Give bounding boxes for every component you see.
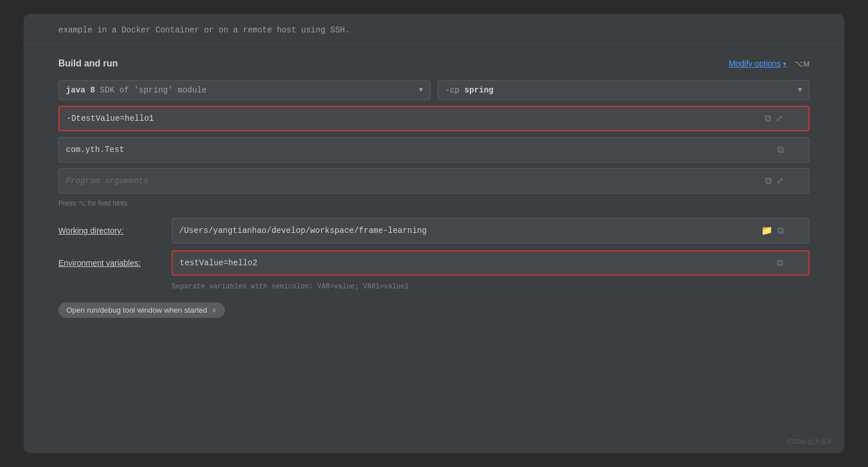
content-area: Build and run Modify options ▾ ⌥M java 8… <box>24 45 844 341</box>
folder-icon[interactable]: 📁 <box>761 225 773 236</box>
vm-options-field[interactable]: -DtestValue=hello1 ⧉ ⤢ <box>58 106 810 131</box>
classpath-dropdown-text: -cp spring <box>445 86 494 95</box>
env-vars-icons: ⧉ <box>777 258 783 269</box>
program-args-field[interactable]: Program arguments ⧉ ⤢ <box>58 168 810 194</box>
modify-options-area: Modify options ▾ ⌥M <box>729 59 810 68</box>
tag-row: Open run/debug tool window when started … <box>58 302 810 318</box>
section-title: Build and run <box>58 58 118 69</box>
working-dir-label: Working directory: <box>58 226 162 235</box>
modify-options-button[interactable]: Modify options ▾ <box>729 59 787 68</box>
env-vars-value: testValue=hello2 <box>180 258 257 268</box>
watermark: CSDN @大假牙 <box>788 438 833 446</box>
sdk-java-label: java 8 <box>66 86 95 95</box>
program-args-placeholder: Program arguments <box>66 176 149 186</box>
sdk-dropdown-text: java 8 SDK of 'spring' module <box>66 86 207 95</box>
working-dir-value: /Users/yangtianhao/develop/workspace/fra… <box>179 226 426 235</box>
cp-prefix-label: -cp <box>445 86 465 95</box>
main-class-icons: ⧉ <box>777 144 784 155</box>
tag-label: Open run/debug tool window when started <box>66 306 207 314</box>
separator-hint: Separate variables with semicolon: VAR=v… <box>172 283 810 291</box>
sdk-module-label: SDK of 'spring' module <box>100 86 207 95</box>
main-class-field[interactable]: com.yth.Test ⧉ <box>58 137 810 162</box>
env-vars-row: Environment variables: testValue=hello2 … <box>58 250 810 276</box>
modify-options-label: Modify options <box>729 59 781 68</box>
run-debug-tag: Open run/debug tool window when started … <box>58 302 225 318</box>
env-vars-label: Environment variables: <box>58 258 162 268</box>
chevron-down-icon: ▾ <box>783 60 787 68</box>
sdk-dropdown-arrow-icon: ▼ <box>419 86 423 94</box>
copy-icon-2[interactable]: ⧉ <box>777 144 784 155</box>
section-header: Build and run Modify options ▾ ⌥M <box>58 58 810 69</box>
modify-options-shortcut: ⌥M <box>795 60 810 68</box>
classpath-dropdown-arrow-icon: ▼ <box>798 86 802 94</box>
vm-options-value: -DtestValue=hello1 <box>66 114 154 123</box>
sdk-dropdown[interactable]: java 8 SDK of 'spring' module ▼ <box>58 80 431 100</box>
copy-icon-4[interactable]: ⧉ <box>777 225 784 236</box>
dialog: example in a Docker Container or on a re… <box>24 14 844 453</box>
top-description: example in a Docker Container or on a re… <box>24 14 844 45</box>
working-dir-row: Working directory: /Users/yangtianhao/de… <box>58 218 810 243</box>
working-dir-field[interactable]: /Users/yangtianhao/develop/workspace/fra… <box>172 218 810 243</box>
sdk-classpath-row: java 8 SDK of 'spring' module ▼ -cp spri… <box>58 80 810 100</box>
classpath-dropdown[interactable]: -cp spring ▼ <box>437 80 810 100</box>
vm-options-icons: ⧉ ⤢ <box>765 113 783 124</box>
env-vars-field[interactable]: testValue=hello2 ⧉ <box>172 250 810 276</box>
program-args-icons: ⧉ ⤢ <box>765 175 784 187</box>
expand-icon[interactable]: ⤢ <box>776 113 783 124</box>
copy-icon[interactable]: ⧉ <box>765 113 771 124</box>
tag-close-button[interactable]: × <box>212 306 217 314</box>
copy-icon-5[interactable]: ⧉ <box>777 258 783 269</box>
working-dir-icons: 📁 ⧉ <box>761 225 784 236</box>
main-class-value: com.yth.Test <box>66 145 124 154</box>
copy-icon-3[interactable]: ⧉ <box>765 176 771 187</box>
expand-icon-2[interactable]: ⤢ <box>776 175 784 187</box>
cp-value-label: spring <box>465 86 494 95</box>
field-hint: Press ⌥ for field hints <box>58 199 810 207</box>
